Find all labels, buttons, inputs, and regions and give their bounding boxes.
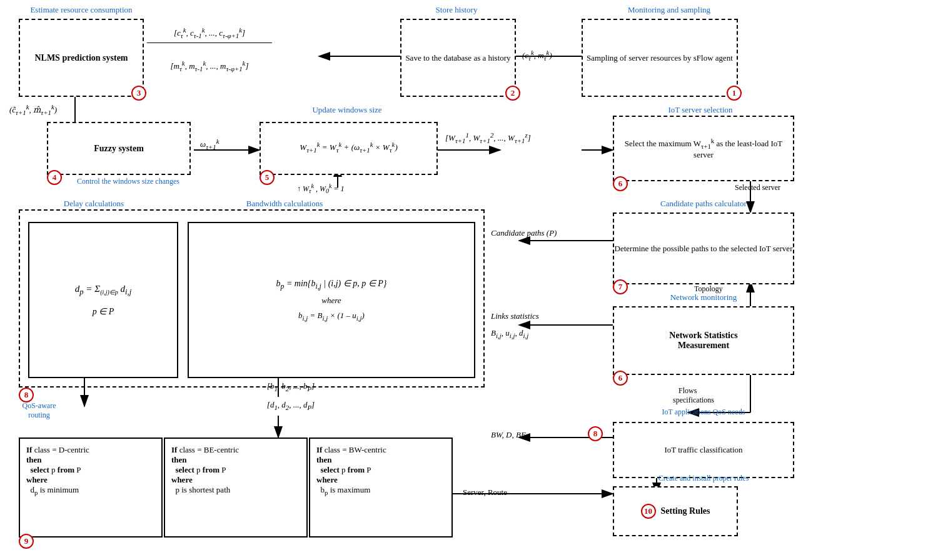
nlms-box: NLMS prediction system <box>19 19 144 97</box>
flows-specs-label: Flows <box>678 386 697 396</box>
badge-5: 5 <box>260 170 275 185</box>
bw-formula2: bi,j = Bi,j × (1 – ui,j) <box>298 311 365 322</box>
badge-3: 3 <box>131 86 146 101</box>
label-delay-calc: Delay calculations <box>31 199 156 209</box>
server-route-label: Server, Route <box>463 488 507 498</box>
label-iot-apps-qos: IoT applications QoS needs <box>613 408 794 417</box>
sampling-box: Sampling of server resources by sFlow ag… <box>582 19 738 97</box>
network-stats-box: Network Statistics Measurement <box>613 306 794 375</box>
network-stats-label: Network Statistics <box>669 331 737 341</box>
network-stats-label2: Measurement <box>669 341 737 351</box>
be-centric-box: If class = BE-centric then select p from… <box>164 438 308 538</box>
setting-rules-label: Setting Rules <box>661 506 710 516</box>
save-db-label: Save to the database as a history <box>405 53 510 62</box>
label-monitoring: Monitoring and sampling <box>600 5 738 15</box>
d-array: [d1, d2, ..., dP] <box>228 400 353 411</box>
label-update-windows: Update windows size <box>260 105 435 115</box>
vector-separator <box>147 42 272 43</box>
window-update-box: Wτ+1k = Wτk + (ωτ+1k × Wτk) <box>260 122 438 175</box>
omega-label: ωτ+1k <box>200 138 219 151</box>
label-iot-server-selection: IoT server selection <box>613 105 788 115</box>
window-eq: Wτ+1k = Wτk + (ωτ+1k × Wτk) <box>300 141 397 154</box>
label-control-windows: Control the windows size changes <box>47 177 209 186</box>
label-network-monitoring: Network monitoring <box>613 292 794 302</box>
badge-8-bw: 8 <box>588 426 603 441</box>
topology-label: Topology <box>694 284 723 294</box>
b-u-d-label: Bi,j, ui,j, di,j <box>491 328 528 339</box>
badge-8-qos: 8 <box>19 388 34 402</box>
candidate-paths-box: Determine the possible paths to the sele… <box>613 212 794 284</box>
vector-c: [cτk, cτ-1k, ..., cτ-φ+1k] <box>147 26 272 39</box>
w-brackets: [Wτ+11, Wτ+12, ..., Wτ+1z] <box>445 131 608 144</box>
d-centric-text: If class = D-centric then select p from … <box>26 445 89 496</box>
w-tau-label: ↑ Wτk , W0k = 1 <box>297 182 345 194</box>
vector-m: [mτk, mτ-1k, ..., mτ-φ+1k] <box>147 59 272 72</box>
iot-traffic-box: IoT traffic classification <box>613 422 794 478</box>
delay-formula: dp = Σ(i,j)∈p di,j <box>75 284 131 297</box>
iot-server-select-label: Select the maximum Wτ+1k as the least-lo… <box>625 139 782 159</box>
links-stats-label: Links statistics <box>491 311 539 321</box>
label-store-history: Store history <box>400 5 513 15</box>
p-in-P: p ∈ P <box>93 306 114 317</box>
sampling-label: Sampling of server resources by sFlow ag… <box>587 53 733 63</box>
fuzzy-label: Fuzzy system <box>94 144 144 154</box>
bw-d-be: BW, D, BE <box>491 430 526 440</box>
bw-formula1: bp = min{bi,j | (i,j) ∈ p, p ∈ P} <box>276 278 387 291</box>
delay-formula-box: dp = Σ(i,j)∈p di,j p ∈ P <box>28 222 178 378</box>
fuzzy-box: Fuzzy system <box>47 122 191 175</box>
nlms-label: NLMS prediction system <box>34 53 128 63</box>
label-create-rules: Create and install proper rules <box>613 474 794 483</box>
flows-specs-label2: specifications <box>673 396 714 405</box>
selected-server-label: Selected server <box>735 183 780 192</box>
bandwidth-formula-box: bp = min{bi,j | (i,j) ∈ p, p ∈ P} where … <box>188 222 475 378</box>
label-qos-routing: QoS-aware routing <box>13 401 66 420</box>
bw-centric-text: If class = BW-centric then select p from… <box>316 445 386 496</box>
iot-traffic-label: IoT traffic classification <box>664 445 742 455</box>
badge-2: 2 <box>505 86 520 101</box>
badge-6-net: 6 <box>613 371 628 386</box>
candidate-paths-label: Determine the possible paths to the sele… <box>615 244 793 254</box>
label-bandwidth-calc: Bandwidth calculations <box>194 199 375 209</box>
badge-6-server: 6 <box>613 176 628 191</box>
badge-1: 1 <box>727 86 742 101</box>
save-db-box: Save to the database as a history <box>400 19 516 97</box>
label-estimate: Estimate resource consumption <box>19 5 144 15</box>
where-label: where <box>321 296 341 306</box>
c-m-tuple: (cτk, mτk) <box>522 49 552 62</box>
badge-10: 10 <box>641 504 656 519</box>
setting-rules-box: 10 Setting Rules <box>613 486 738 536</box>
label-candidate-paths-calc: Candidate paths calculator <box>613 199 794 209</box>
b-array: [b1, b2, ..., bP] <box>228 381 353 392</box>
bw-centric-box: If class = BW-centric then select p from… <box>309 438 453 538</box>
output-nlms: (ĉτ+1k, m̂τ+1k) <box>9 103 57 116</box>
be-centric-text: If class = BE-centric then select p from… <box>171 445 239 495</box>
badge-9: 9 <box>19 534 34 549</box>
iot-server-select-box: Select the maximum Wτ+1k as the least-lo… <box>613 116 794 181</box>
candidate-paths-p: Candidate paths (P) <box>491 228 557 238</box>
d-centric-box: If class = D-centric then select p from … <box>19 438 163 538</box>
